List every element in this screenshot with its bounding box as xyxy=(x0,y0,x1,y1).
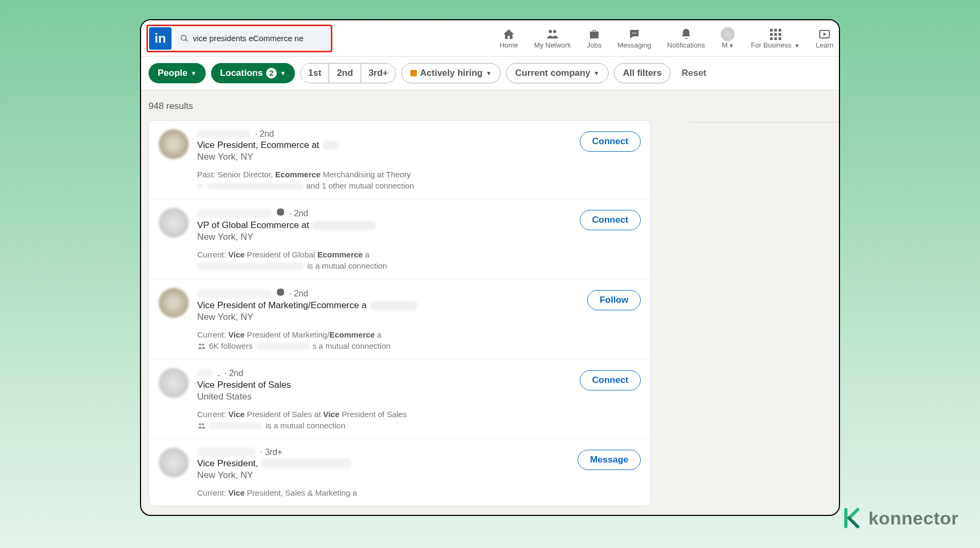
search-icon xyxy=(180,34,189,43)
verified-icon xyxy=(276,288,285,299)
mutual-text: and 1 other mutual connection xyxy=(306,181,414,190)
filter-conn-2nd[interactable]: 2nd xyxy=(329,64,361,83)
result-avatar[interactable] xyxy=(159,288,189,318)
filter-locations-label: Locations xyxy=(220,68,263,79)
result-meta: Current: Vice President, Sales & Marketi… xyxy=(197,488,569,497)
chevron-down-icon: ▼ xyxy=(594,70,600,76)
hiring-badge-icon xyxy=(410,70,417,76)
redacted xyxy=(197,183,204,189)
result-info: . · 2nd Vice President of Sales United S… xyxy=(197,368,571,430)
nav-jobs-label: Jobs xyxy=(587,41,601,49)
svg-point-2 xyxy=(632,33,633,34)
nav-notifications-label: Notifications xyxy=(667,41,705,49)
redacted xyxy=(312,221,376,230)
connection-segment: 1st 2nd 3rd+ xyxy=(300,63,396,83)
result-row: · 2nd VP of Global Ecommerce at New York… xyxy=(149,199,650,279)
result-avatar[interactable] xyxy=(159,129,189,159)
result-row: · 2nd Vice President, Ecommerce at New Y… xyxy=(149,121,650,199)
redacted xyxy=(370,301,418,310)
redacted xyxy=(207,182,303,190)
filter-people[interactable]: People ▼ xyxy=(149,63,206,83)
nav-jobs[interactable]: Jobs xyxy=(587,27,601,49)
mutual-text: is a mutual connection xyxy=(307,261,387,270)
nav-messaging[interactable]: Messaging xyxy=(618,27,651,49)
search-highlight-box: in vice presidents eCommerce ne xyxy=(146,25,332,52)
nav-me[interactable]: M▼ xyxy=(721,27,735,49)
sidebar-divider xyxy=(689,122,839,123)
result-info: · 3rd+ Vice President, New York, NY Curr… xyxy=(197,448,569,497)
followers-text: 6K followers xyxy=(209,341,253,350)
result-name-redacted[interactable] xyxy=(197,289,272,299)
result-name-redacted[interactable] xyxy=(197,369,213,378)
result-name-redacted[interactable] xyxy=(197,209,272,218)
redacted xyxy=(261,459,352,468)
filter-all[interactable]: All filters xyxy=(614,63,671,83)
result-name-redacted[interactable] xyxy=(197,448,256,457)
filter-conn-3rd[interactable]: 3rd+ xyxy=(361,64,395,83)
result-title: VP of Global Ecommerce at xyxy=(197,220,309,231)
result-degree: · 2nd xyxy=(255,129,274,139)
follow-button[interactable]: Follow xyxy=(587,290,641,310)
result-avatar[interactable] xyxy=(159,208,189,238)
results-count: 948 results xyxy=(149,101,831,112)
connect-button[interactable]: Connect xyxy=(580,370,641,390)
redacted xyxy=(256,342,309,350)
chevron-down-icon: ▼ xyxy=(280,70,286,76)
result-name-redacted[interactable] xyxy=(197,129,251,139)
result-degree: · 2nd xyxy=(224,369,244,378)
result-location: New York, NY xyxy=(197,470,569,481)
message-button[interactable]: Message xyxy=(578,450,641,470)
result-avatar[interactable] xyxy=(159,368,189,398)
filter-reset[interactable]: Reset xyxy=(676,64,711,83)
connect-button[interactable]: Connect xyxy=(580,210,641,230)
result-row: · 3rd+ Vice President, New York, NY Curr… xyxy=(149,439,650,506)
message-icon xyxy=(627,27,641,41)
nav-home[interactable]: Home xyxy=(500,27,518,49)
nav-network-label: My Network xyxy=(534,41,571,49)
results-list: · 2nd Vice President, Ecommerce at New Y… xyxy=(149,120,651,506)
result-avatar[interactable] xyxy=(159,448,189,477)
result-mutual: is a mutual connection xyxy=(197,421,571,430)
result-location: United States xyxy=(197,392,571,402)
redacted xyxy=(384,332,437,339)
nav-learning[interactable]: Learn xyxy=(816,27,834,49)
people-icon xyxy=(197,342,206,350)
people-icon xyxy=(197,421,206,430)
result-info: · 2nd Vice President of Marketing/Ecomme… xyxy=(197,288,579,350)
result-degree: · 3rd+ xyxy=(260,448,282,457)
connect-button[interactable]: Connect xyxy=(580,131,641,152)
filter-people-label: People xyxy=(158,68,188,79)
result-row: . · 2nd Vice President of Sales United S… xyxy=(149,359,650,439)
result-title: Vice President of Sales xyxy=(197,380,291,390)
filter-current-company[interactable]: Current company ▼ xyxy=(506,63,609,83)
nav-me-label: M▼ xyxy=(722,41,734,49)
result-degree: · 2nd xyxy=(289,209,308,218)
result-info: · 2nd Vice President, Ecommerce at New Y… xyxy=(197,129,571,190)
search-value: vice presidents eCommerce ne xyxy=(193,34,304,43)
search-input[interactable]: vice presidents eCommerce ne xyxy=(175,28,330,49)
svg-point-7 xyxy=(202,343,204,346)
result-location: New York, NY xyxy=(197,312,579,323)
nav-business[interactable]: For Business ▼ xyxy=(751,27,799,49)
linkedin-logo[interactable]: in xyxy=(149,27,172,50)
result-mutual: 6K followers s a mutual connection xyxy=(197,341,579,350)
filter-locations[interactable]: Locations 2 ▼ xyxy=(211,63,295,83)
result-meta: Current: Vice President of Global Ecomme… xyxy=(197,250,571,259)
result-location: New York, NY xyxy=(197,152,571,162)
svg-point-1 xyxy=(553,30,556,33)
apps-grid-icon xyxy=(768,27,782,41)
filter-conn-1st[interactable]: 1st xyxy=(301,64,330,83)
nav-learning-label: Learn xyxy=(816,41,834,49)
filter-actively-hiring[interactable]: Actively hiring ▼ xyxy=(401,63,501,83)
result-meta: Current: Vice President of Marketing/Eco… xyxy=(197,330,579,339)
nav-home-label: Home xyxy=(500,41,518,49)
content-area: 948 results · 2nd Vice President, Ecomme… xyxy=(141,90,839,516)
play-icon xyxy=(818,27,831,41)
name-suffix: . xyxy=(217,368,220,379)
redacted xyxy=(359,490,423,497)
svg-point-9 xyxy=(202,423,204,425)
nav-network[interactable]: My Network xyxy=(534,27,571,49)
nav-notifications[interactable]: Notifications xyxy=(667,27,705,49)
svg-point-8 xyxy=(199,423,201,425)
result-mutual: and 1 other mutual connection xyxy=(197,181,571,190)
